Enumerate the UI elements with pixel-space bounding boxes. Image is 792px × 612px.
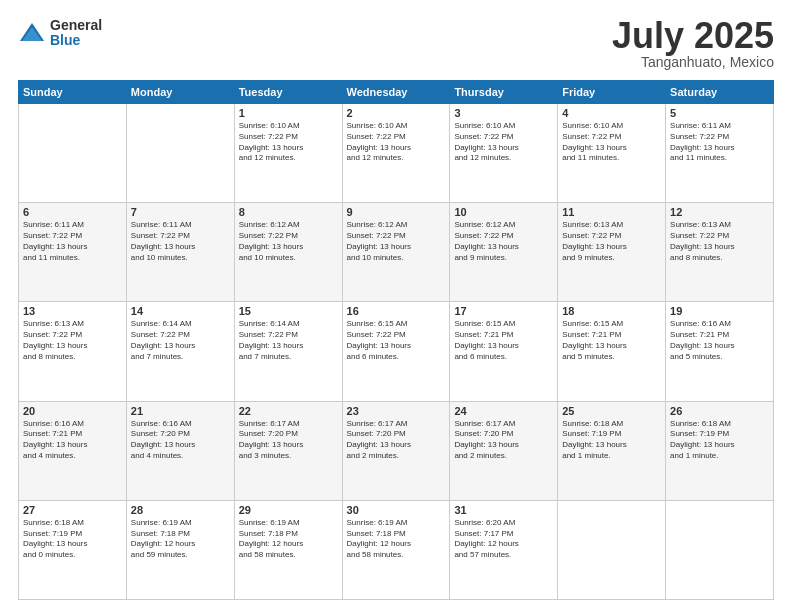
logo-blue: Blue <box>50 33 102 48</box>
calendar-cell: 19Sunrise: 6:16 AM Sunset: 7:21 PM Dayli… <box>666 302 774 401</box>
calendar-cell: 23Sunrise: 6:17 AM Sunset: 7:20 PM Dayli… <box>342 401 450 500</box>
weekday-header-row: SundayMondayTuesdayWednesdayThursdayFrid… <box>19 81 774 104</box>
day-number: 25 <box>562 405 661 417</box>
calendar-cell: 7Sunrise: 6:11 AM Sunset: 7:22 PM Daylig… <box>126 203 234 302</box>
header: General Blue July 2025 Tanganhuato, Mexi… <box>18 18 774 70</box>
day-info: Sunrise: 6:16 AM Sunset: 7:21 PM Dayligh… <box>23 419 122 462</box>
weekday-header-wednesday: Wednesday <box>342 81 450 104</box>
calendar-cell: 2Sunrise: 6:10 AM Sunset: 7:22 PM Daylig… <box>342 104 450 203</box>
day-number: 30 <box>347 504 446 516</box>
day-number: 15 <box>239 305 338 317</box>
day-info: Sunrise: 6:13 AM Sunset: 7:22 PM Dayligh… <box>23 319 122 362</box>
day-info: Sunrise: 6:11 AM Sunset: 7:22 PM Dayligh… <box>670 121 769 164</box>
day-number: 6 <box>23 206 122 218</box>
calendar-cell: 25Sunrise: 6:18 AM Sunset: 7:19 PM Dayli… <box>558 401 666 500</box>
weekday-header-tuesday: Tuesday <box>234 81 342 104</box>
day-number: 13 <box>23 305 122 317</box>
calendar-cell <box>666 500 774 599</box>
calendar-cell: 17Sunrise: 6:15 AM Sunset: 7:21 PM Dayli… <box>450 302 558 401</box>
calendar-cell: 13Sunrise: 6:13 AM Sunset: 7:22 PM Dayli… <box>19 302 127 401</box>
weekday-header-monday: Monday <box>126 81 234 104</box>
day-info: Sunrise: 6:15 AM Sunset: 7:22 PM Dayligh… <box>347 319 446 362</box>
calendar: SundayMondayTuesdayWednesdayThursdayFrid… <box>18 80 774 600</box>
calendar-cell: 5Sunrise: 6:11 AM Sunset: 7:22 PM Daylig… <box>666 104 774 203</box>
day-number: 1 <box>239 107 338 119</box>
calendar-cell: 28Sunrise: 6:19 AM Sunset: 7:18 PM Dayli… <box>126 500 234 599</box>
day-info: Sunrise: 6:10 AM Sunset: 7:22 PM Dayligh… <box>562 121 661 164</box>
day-info: Sunrise: 6:15 AM Sunset: 7:21 PM Dayligh… <box>562 319 661 362</box>
calendar-week-1: 1Sunrise: 6:10 AM Sunset: 7:22 PM Daylig… <box>19 104 774 203</box>
calendar-cell: 11Sunrise: 6:13 AM Sunset: 7:22 PM Dayli… <box>558 203 666 302</box>
day-number: 2 <box>347 107 446 119</box>
day-number: 16 <box>347 305 446 317</box>
day-info: Sunrise: 6:19 AM Sunset: 7:18 PM Dayligh… <box>239 518 338 561</box>
logo-text: General Blue <box>50 18 102 49</box>
weekday-header-sunday: Sunday <box>19 81 127 104</box>
location: Tanganhuato, Mexico <box>612 54 774 70</box>
day-info: Sunrise: 6:18 AM Sunset: 7:19 PM Dayligh… <box>23 518 122 561</box>
weekday-header-thursday: Thursday <box>450 81 558 104</box>
logo-icon <box>18 19 46 47</box>
logo: General Blue <box>18 18 102 49</box>
calendar-cell: 10Sunrise: 6:12 AM Sunset: 7:22 PM Dayli… <box>450 203 558 302</box>
day-info: Sunrise: 6:17 AM Sunset: 7:20 PM Dayligh… <box>454 419 553 462</box>
calendar-week-2: 6Sunrise: 6:11 AM Sunset: 7:22 PM Daylig… <box>19 203 774 302</box>
day-info: Sunrise: 6:13 AM Sunset: 7:22 PM Dayligh… <box>562 220 661 263</box>
day-info: Sunrise: 6:13 AM Sunset: 7:22 PM Dayligh… <box>670 220 769 263</box>
day-number: 24 <box>454 405 553 417</box>
day-number: 20 <box>23 405 122 417</box>
day-info: Sunrise: 6:10 AM Sunset: 7:22 PM Dayligh… <box>347 121 446 164</box>
calendar-cell: 26Sunrise: 6:18 AM Sunset: 7:19 PM Dayli… <box>666 401 774 500</box>
calendar-cell: 6Sunrise: 6:11 AM Sunset: 7:22 PM Daylig… <box>19 203 127 302</box>
day-number: 22 <box>239 405 338 417</box>
calendar-cell: 24Sunrise: 6:17 AM Sunset: 7:20 PM Dayli… <box>450 401 558 500</box>
calendar-cell: 9Sunrise: 6:12 AM Sunset: 7:22 PM Daylig… <box>342 203 450 302</box>
day-number: 11 <box>562 206 661 218</box>
weekday-header-friday: Friday <box>558 81 666 104</box>
calendar-cell <box>558 500 666 599</box>
calendar-cell <box>126 104 234 203</box>
day-info: Sunrise: 6:15 AM Sunset: 7:21 PM Dayligh… <box>454 319 553 362</box>
page: General Blue July 2025 Tanganhuato, Mexi… <box>0 0 792 612</box>
day-info: Sunrise: 6:14 AM Sunset: 7:22 PM Dayligh… <box>131 319 230 362</box>
day-number: 27 <box>23 504 122 516</box>
weekday-header-saturday: Saturday <box>666 81 774 104</box>
day-info: Sunrise: 6:19 AM Sunset: 7:18 PM Dayligh… <box>131 518 230 561</box>
day-number: 8 <box>239 206 338 218</box>
day-number: 10 <box>454 206 553 218</box>
day-info: Sunrise: 6:16 AM Sunset: 7:20 PM Dayligh… <box>131 419 230 462</box>
day-number: 3 <box>454 107 553 119</box>
calendar-cell: 18Sunrise: 6:15 AM Sunset: 7:21 PM Dayli… <box>558 302 666 401</box>
calendar-cell: 12Sunrise: 6:13 AM Sunset: 7:22 PM Dayli… <box>666 203 774 302</box>
day-info: Sunrise: 6:17 AM Sunset: 7:20 PM Dayligh… <box>239 419 338 462</box>
day-number: 4 <box>562 107 661 119</box>
calendar-cell: 1Sunrise: 6:10 AM Sunset: 7:22 PM Daylig… <box>234 104 342 203</box>
day-info: Sunrise: 6:19 AM Sunset: 7:18 PM Dayligh… <box>347 518 446 561</box>
day-info: Sunrise: 6:18 AM Sunset: 7:19 PM Dayligh… <box>670 419 769 462</box>
day-number: 18 <box>562 305 661 317</box>
calendar-cell: 30Sunrise: 6:19 AM Sunset: 7:18 PM Dayli… <box>342 500 450 599</box>
day-info: Sunrise: 6:18 AM Sunset: 7:19 PM Dayligh… <box>562 419 661 462</box>
day-info: Sunrise: 6:14 AM Sunset: 7:22 PM Dayligh… <box>239 319 338 362</box>
day-number: 19 <box>670 305 769 317</box>
day-info: Sunrise: 6:12 AM Sunset: 7:22 PM Dayligh… <box>347 220 446 263</box>
calendar-week-4: 20Sunrise: 6:16 AM Sunset: 7:21 PM Dayli… <box>19 401 774 500</box>
day-info: Sunrise: 6:20 AM Sunset: 7:17 PM Dayligh… <box>454 518 553 561</box>
day-number: 29 <box>239 504 338 516</box>
day-number: 17 <box>454 305 553 317</box>
month-title: July 2025 <box>612 18 774 54</box>
day-number: 14 <box>131 305 230 317</box>
day-number: 28 <box>131 504 230 516</box>
day-info: Sunrise: 6:16 AM Sunset: 7:21 PM Dayligh… <box>670 319 769 362</box>
calendar-cell: 29Sunrise: 6:19 AM Sunset: 7:18 PM Dayli… <box>234 500 342 599</box>
day-number: 5 <box>670 107 769 119</box>
calendar-week-5: 27Sunrise: 6:18 AM Sunset: 7:19 PM Dayli… <box>19 500 774 599</box>
day-number: 9 <box>347 206 446 218</box>
day-number: 26 <box>670 405 769 417</box>
calendar-week-3: 13Sunrise: 6:13 AM Sunset: 7:22 PM Dayli… <box>19 302 774 401</box>
day-number: 21 <box>131 405 230 417</box>
day-info: Sunrise: 6:11 AM Sunset: 7:22 PM Dayligh… <box>131 220 230 263</box>
day-number: 31 <box>454 504 553 516</box>
day-number: 7 <box>131 206 230 218</box>
day-info: Sunrise: 6:17 AM Sunset: 7:20 PM Dayligh… <box>347 419 446 462</box>
